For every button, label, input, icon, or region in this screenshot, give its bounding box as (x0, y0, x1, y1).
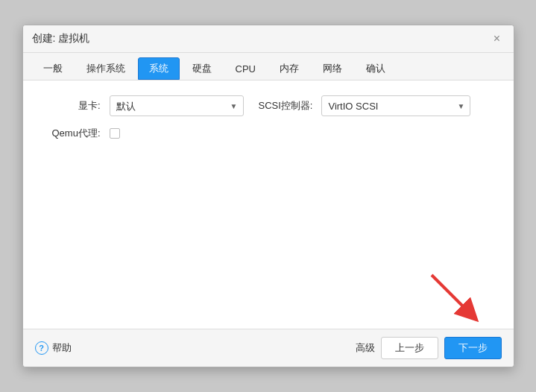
qemu-checkbox[interactable] (110, 128, 120, 139)
tab-system[interactable]: 系统 (138, 57, 180, 80)
title-bar: 创建: 虚拟机 × (23, 25, 514, 53)
qemu-label: Qemu代理: (41, 127, 101, 140)
scsi-select[interactable]: VirtIO SCSI (321, 95, 470, 116)
help-label: 帮助 (52, 341, 72, 355)
display-select-wrapper: 默认 ▼ (110, 95, 244, 116)
dialog-footer: ? 帮助 高级 上一步 下一步 (23, 329, 514, 367)
advanced-label: 高级 (356, 341, 375, 355)
display-select[interactable]: 默认 (110, 95, 244, 116)
next-button[interactable]: 下一步 (444, 337, 502, 359)
form-content: 显卡: 默认 ▼ SCSI控制器: VirtIO SCSI ▼ (23, 80, 514, 329)
tab-confirm[interactable]: 确认 (355, 57, 397, 80)
tab-memory[interactable]: 内存 (268, 57, 310, 80)
tab-disk[interactable]: 硬盘 (181, 57, 223, 80)
back-button[interactable]: 上一步 (381, 337, 438, 359)
help-icon: ? (35, 341, 48, 355)
dialog-title: 创建: 虚拟机 (32, 32, 90, 45)
tab-os[interactable]: 操作系统 (75, 57, 136, 80)
scsi-label: SCSI控制器: (259, 99, 313, 113)
display-row: 显卡: 默认 ▼ SCSI控制器: VirtIO SCSI ▼ (41, 95, 496, 116)
scsi-select-wrapper: VirtIO SCSI ▼ (321, 95, 470, 116)
help-button[interactable]: ? 帮助 (35, 341, 72, 355)
footer-right-actions: 高级 上一步 下一步 (356, 337, 502, 359)
create-vm-dialog: 创建: 虚拟机 × 一般 操作系统 系统 硬盘 CPU 内存 网络 确认 显卡:… (22, 25, 514, 367)
qemu-row: Qemu代理: (41, 127, 496, 140)
display-label: 显卡: (41, 99, 101, 113)
tab-network[interactable]: 网络 (312, 57, 353, 80)
close-button[interactable]: × (490, 31, 505, 46)
tab-cpu[interactable]: CPU (224, 59, 267, 79)
tab-bar: 一般 操作系统 系统 硬盘 CPU 内存 网络 确认 (23, 53, 514, 80)
display-controls: 默认 ▼ SCSI控制器: VirtIO SCSI ▼ (110, 95, 496, 116)
tab-general[interactable]: 一般 (32, 57, 74, 80)
